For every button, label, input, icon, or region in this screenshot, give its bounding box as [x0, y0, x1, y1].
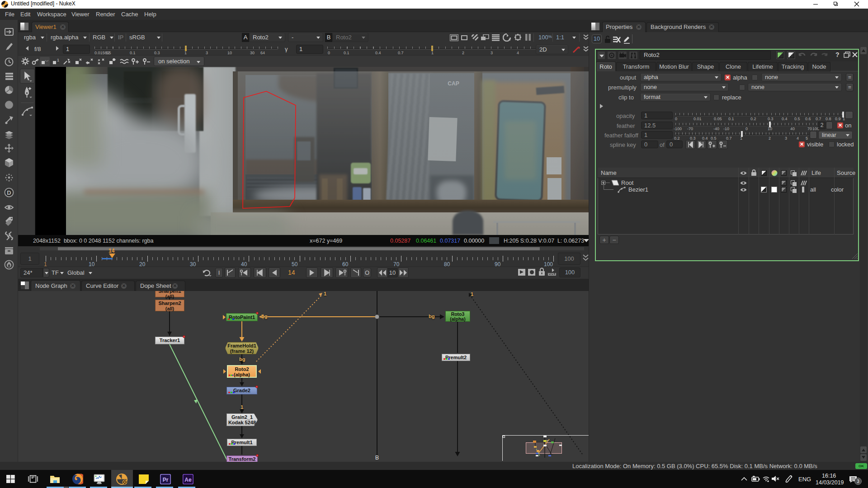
svg-text:Ae: Ae — [184, 477, 192, 483]
svg-text:1: 1 — [57, 58, 59, 62]
svg-text:Pr: Pr — [163, 477, 169, 483]
svg-text:D: D — [7, 189, 11, 196]
svg-text:◡: ◡ — [45, 58, 48, 62]
